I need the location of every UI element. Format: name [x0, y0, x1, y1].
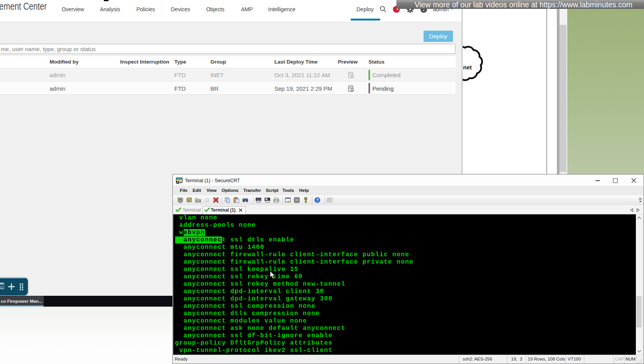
- svg-text:co Firepower Man...: co Firepower Man...: [1, 299, 42, 304]
- svg-text:Deploy: Deploy: [429, 33, 448, 40]
- svg-text:View more of our lab videos on: View more of our lab videos online at ht…: [415, 0, 632, 9]
- svg-text:?: ?: [316, 198, 319, 202]
